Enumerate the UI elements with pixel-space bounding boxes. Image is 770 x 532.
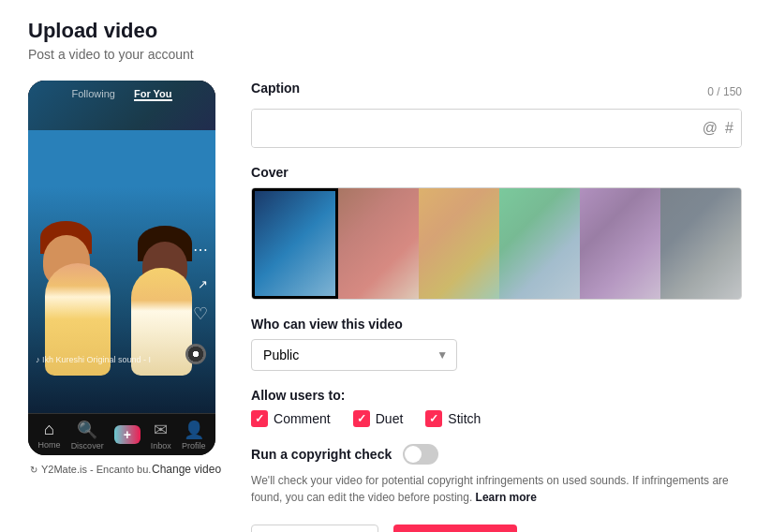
cover-thumb-1[interactable] xyxy=(252,188,338,299)
music-disc-icon xyxy=(185,344,206,364)
cover-thumb-6[interactable] xyxy=(660,188,741,299)
nav-discover: 🔍 Discover xyxy=(71,420,104,451)
copyright-note: We'll check your video for potential cop… xyxy=(251,472,729,506)
thumb-6-overlay xyxy=(660,188,741,299)
copyright-label: Run a copyright check xyxy=(251,447,392,462)
nav-profile-label: Profile xyxy=(182,441,206,451)
action-buttons: Discard Post xyxy=(251,525,742,532)
nav-profile: 👤 Profile xyxy=(182,420,206,451)
allow-stitch-item[interactable]: ✓ Stitch xyxy=(425,410,481,427)
allow-users-row: ✓ Comment ✓ Duet ✓ Stitch xyxy=(251,410,742,427)
at-icon[interactable]: @ xyxy=(703,120,718,137)
sync-icon: ↻ xyxy=(30,465,37,475)
nav-inbox: ✉ Inbox xyxy=(151,420,171,451)
duet-label: Duet xyxy=(376,411,404,426)
nav-discover-label: Discover xyxy=(71,441,104,451)
thumb-4-overlay xyxy=(499,188,580,299)
phone-video-area: ⋯ ↗ ♡ ♪ Ikh Kureshi Original sound - I xyxy=(28,81,215,413)
caption-input[interactable] xyxy=(252,110,741,147)
phone-mockup: Following For You xyxy=(28,81,223,476)
phone-tab-for-you: For You xyxy=(134,88,172,101)
phone-tab-following: Following xyxy=(71,88,114,101)
duet-checkbox[interactable]: ✓ xyxy=(353,410,370,427)
stitch-label: Stitch xyxy=(448,411,481,426)
inbox-icon: ✉ xyxy=(154,420,168,440)
duet-check-icon: ✓ xyxy=(357,412,366,425)
phone-heart-icon: ♡ xyxy=(193,303,208,324)
page-title: Upload video xyxy=(28,19,742,43)
cover-label: Cover xyxy=(251,165,742,180)
form-area: Caption 0 / 150 @ # Cover xyxy=(251,81,742,532)
learn-more-link[interactable]: Learn more xyxy=(476,491,537,504)
phone-music-text: ♪ Ikh Kureshi Original sound - I xyxy=(36,355,151,364)
caption-input-wrapper: @ # xyxy=(251,109,742,148)
profile-icon: 👤 xyxy=(184,420,204,440)
home-icon: ⌂ xyxy=(44,420,54,439)
caption-label: Caption xyxy=(251,81,300,96)
copyright-row: Run a copyright check xyxy=(251,444,742,465)
cover-section: Cover xyxy=(251,165,742,300)
visibility-label: Who can view this video xyxy=(251,317,742,332)
toggle-knob xyxy=(405,446,422,463)
phone-bottom-nav: ⌂ Home 🔍 Discover + ✉ Inbox 👤 Profile xyxy=(28,413,215,455)
stitch-checkbox[interactable]: ✓ xyxy=(425,410,442,427)
phone-top-bar: Following For You xyxy=(28,81,215,106)
cover-thumb-3[interactable] xyxy=(419,188,499,299)
allow-users-section: Allow users to: ✓ Comment ✓ Duet ✓ xyxy=(251,388,742,427)
nav-plus: + xyxy=(114,425,141,444)
caption-section: Caption 0 / 150 @ # xyxy=(251,81,742,148)
discover-icon: 🔍 xyxy=(77,420,97,440)
comment-label: Comment xyxy=(274,411,331,426)
thumb-3-overlay xyxy=(419,188,499,299)
phone-share-icon: ↗ xyxy=(198,277,208,291)
caption-char-count: 0 / 150 xyxy=(707,85,742,98)
caption-icons: @ # xyxy=(703,120,733,137)
cover-strip xyxy=(251,187,742,300)
cover-thumb-4[interactable] xyxy=(499,188,580,299)
thumb-5-overlay xyxy=(580,188,660,299)
thumb-2-overlay xyxy=(338,188,419,299)
nav-home-label: Home xyxy=(38,440,61,450)
hash-icon[interactable]: # xyxy=(725,120,733,137)
comment-checkbox[interactable]: ✓ xyxy=(251,410,268,427)
cover-thumb-5[interactable] xyxy=(580,188,660,299)
comment-check-icon: ✓ xyxy=(255,412,264,425)
thumb-1-color xyxy=(255,191,335,296)
copyright-section: Run a copyright check We'll check your v… xyxy=(251,444,742,506)
visibility-select[interactable]: Public Friends Private xyxy=(251,339,457,371)
allow-comment-item[interactable]: ✓ Comment xyxy=(251,410,331,427)
page-header: Upload video Post a video to your accoun… xyxy=(28,19,742,62)
post-button[interactable]: Post xyxy=(393,525,517,532)
visibility-section: Who can view this video Public Friends P… xyxy=(251,317,742,371)
visibility-select-wrapper: Public Friends Private ▼ xyxy=(251,339,457,371)
copyright-toggle[interactable] xyxy=(403,444,438,465)
cover-thumb-2[interactable] xyxy=(338,188,419,299)
phone-dots-icon: ⋯ xyxy=(193,241,208,259)
allow-users-label: Allow users to: xyxy=(251,388,742,403)
filename-label: ↻ Y2Mate.is - Encanto bu... xyxy=(30,464,152,475)
nav-inbox-label: Inbox xyxy=(151,441,171,451)
filename-text: Y2Mate.is - Encanto bu... xyxy=(41,464,152,475)
stitch-check-icon: ✓ xyxy=(429,412,438,425)
change-video-button[interactable]: Change video xyxy=(152,463,221,476)
plus-icon: + xyxy=(114,425,141,444)
discard-button[interactable]: Discard xyxy=(251,525,378,532)
nav-home: ⌂ Home xyxy=(38,420,61,450)
allow-duet-item[interactable]: ✓ Duet xyxy=(353,410,404,427)
page-subtitle: Post a video to your account xyxy=(28,47,742,62)
